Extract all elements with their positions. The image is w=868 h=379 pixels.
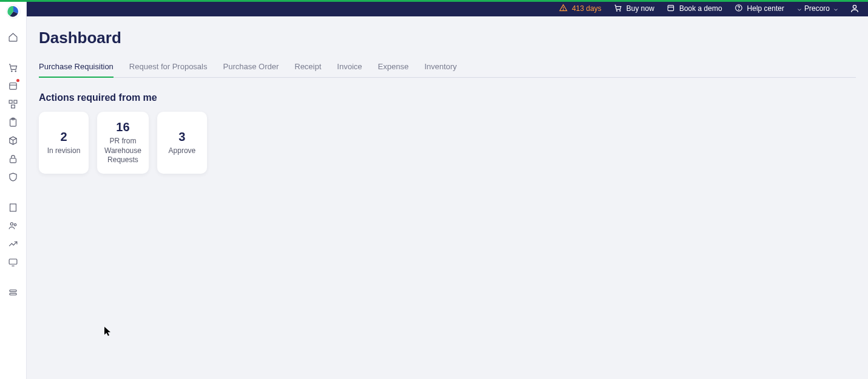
- tab-invoice[interactable]: Invoice: [337, 58, 362, 77]
- sidebar-item-home[interactable]: [0, 28, 27, 46]
- svg-rect-12: [10, 83, 16, 89]
- trial-days[interactable]: 413 days: [553, 4, 608, 13]
- sidebar-item-settings[interactable]: [0, 283, 27, 301]
- user-menu[interactable]: [844, 4, 862, 13]
- notification-dot-icon: [16, 79, 19, 82]
- tab-inventory[interactable]: Inventory: [424, 58, 456, 77]
- svg-rect-30: [10, 290, 16, 292]
- svg-rect-20: [10, 158, 16, 162]
- company-switcher[interactable]: Precoro: [790, 4, 844, 13]
- svg-point-27: [14, 224, 16, 226]
- action-cards: 2 In revision 16 PR from Warehouse Reque…: [39, 112, 868, 174]
- sidebar-item-shield[interactable]: [0, 168, 27, 186]
- svg-point-7: [738, 9, 739, 10]
- calendar-icon: [666, 4, 676, 13]
- chevron-down-icon: [796, 6, 801, 11]
- app-logo[interactable]: [5, 4, 21, 19]
- svg-rect-16: [12, 104, 15, 108]
- user-icon: [850, 4, 860, 13]
- svg-point-26: [10, 222, 13, 225]
- sidebar-item-calendar[interactable]: [0, 77, 27, 95]
- svg-rect-14: [9, 100, 12, 103]
- company-label: Precoro: [804, 4, 830, 13]
- svg-point-3: [620, 10, 620, 11]
- book-demo-button[interactable]: Book a demo: [660, 4, 728, 13]
- sidebar-item-lock[interactable]: [0, 149, 27, 168]
- svg-rect-15: [14, 100, 17, 103]
- action-card-label: Approve: [164, 146, 200, 156]
- section-title: Actions required from me: [39, 92, 868, 103]
- sidebar: [0, 0, 27, 379]
- tab-request-for-proposals[interactable]: Request for Proposals: [129, 58, 208, 77]
- action-card-label: In revision: [46, 146, 81, 156]
- action-card-approve[interactable]: 3 Approve: [157, 112, 207, 174]
- svg-rect-31: [10, 293, 16, 295]
- page-title: Dashboard: [39, 29, 868, 47]
- action-card-count: 2: [46, 130, 81, 144]
- buy-now-button[interactable]: Buy now: [608, 4, 660, 13]
- tab-purchase-order[interactable]: Purchase Order: [223, 58, 279, 77]
- svg-rect-28: [9, 259, 17, 264]
- chevron-down-icon: [833, 6, 838, 11]
- sidebar-item-building[interactable]: [0, 198, 27, 216]
- help-icon: [734, 4, 744, 13]
- sidebar-item-package[interactable]: [0, 131, 27, 149]
- sidebar-item-chart[interactable]: [0, 234, 27, 253]
- warning-icon: [559, 4, 569, 13]
- sidebar-item-users[interactable]: [0, 216, 27, 234]
- help-center-label: Help center: [747, 4, 784, 13]
- svg-rect-4: [668, 5, 673, 10]
- action-card-count: 16: [104, 120, 141, 134]
- action-card-count: 3: [164, 130, 200, 144]
- action-card-in-revision[interactable]: 2 In revision: [39, 112, 89, 174]
- tabs: Purchase Requisition Request for Proposa…: [39, 58, 856, 78]
- help-center-button[interactable]: Help center: [728, 4, 790, 13]
- svg-point-10: [12, 70, 12, 71]
- sidebar-item-boxes[interactable]: [0, 95, 27, 113]
- accent-bar: [0, 0, 868, 2]
- cart-icon: [614, 4, 623, 13]
- sidebar-item-display[interactable]: [0, 253, 27, 271]
- tab-expense[interactable]: Expense: [378, 58, 409, 77]
- action-card-label: PR from Warehouse Requests: [104, 137, 141, 165]
- sidebar-item-clipboard[interactable]: [0, 113, 27, 131]
- svg-point-1: [563, 9, 564, 10]
- tab-purchase-requisition[interactable]: Purchase Requisition: [39, 58, 114, 77]
- svg-point-2: [617, 10, 617, 11]
- buy-now-label: Buy now: [626, 4, 654, 13]
- topbar: 413 days Buy now Book a demo Help center…: [0, 0, 868, 16]
- tab-receipt[interactable]: Receipt: [294, 58, 321, 77]
- sidebar-item-cart[interactable]: [0, 58, 27, 77]
- svg-rect-21: [10, 203, 16, 211]
- action-card-pr-warehouse[interactable]: 16 PR from Warehouse Requests: [97, 112, 149, 174]
- main-content: Dashboard Purchase Requisition Request f…: [27, 16, 868, 379]
- svg-point-11: [15, 70, 16, 71]
- svg-point-8: [853, 5, 856, 8]
- book-demo-label: Book a demo: [679, 4, 722, 13]
- trial-days-text: 413 days: [572, 4, 602, 13]
